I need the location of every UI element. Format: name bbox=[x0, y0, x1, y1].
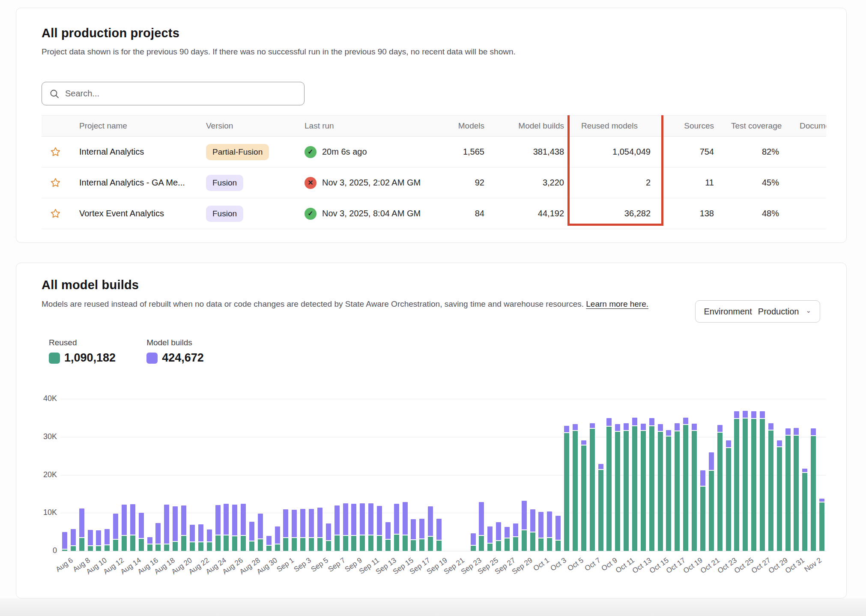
bar-Aug 11[interactable] bbox=[105, 529, 110, 551]
bar-Oct 31[interactable] bbox=[794, 428, 799, 551]
bar-Aug 16[interactable] bbox=[147, 537, 152, 551]
bar-Sep 8[interactable] bbox=[343, 503, 348, 551]
bar-Oct 13[interactable] bbox=[641, 424, 646, 551]
bar-Sep 26[interactable] bbox=[496, 522, 501, 551]
bar-Sep 5[interactable] bbox=[317, 508, 323, 551]
bar-Oct 27[interactable] bbox=[760, 411, 765, 551]
bar-Oct 19[interactable] bbox=[692, 424, 697, 551]
project-link[interactable]: Internal Analytics bbox=[79, 147, 144, 156]
bar-Aug 9[interactable] bbox=[88, 530, 93, 551]
bar-Sep 30[interactable] bbox=[530, 509, 535, 551]
bar-Nov 3[interactable] bbox=[819, 499, 824, 551]
bar-Aug 23[interactable] bbox=[207, 529, 212, 551]
bar-Oct 18[interactable] bbox=[683, 418, 688, 551]
bar-Aug 29[interactable] bbox=[258, 514, 263, 551]
favorite-star-icon[interactable] bbox=[50, 147, 61, 157]
bar-Oct 15[interactable] bbox=[658, 424, 663, 551]
bar-Sep 10[interactable] bbox=[360, 503, 365, 551]
bar-Nov 1[interactable] bbox=[802, 469, 807, 551]
bar-Oct 12[interactable] bbox=[632, 418, 637, 551]
bar-Oct 29[interactable] bbox=[777, 440, 782, 551]
reused-segment bbox=[173, 542, 178, 551]
bar-Sep 3[interactable] bbox=[300, 509, 305, 551]
favorite-star-icon[interactable] bbox=[50, 208, 61, 219]
bar-Aug 10[interactable] bbox=[96, 530, 101, 551]
bar-Sep 14[interactable] bbox=[394, 504, 399, 551]
bar-Oct 30[interactable] bbox=[785, 428, 791, 551]
bar-Oct 4[interactable] bbox=[564, 426, 569, 551]
bar-Oct 6[interactable] bbox=[581, 440, 586, 551]
bar-Sep 11[interactable] bbox=[368, 503, 373, 551]
bar-Aug 31[interactable] bbox=[275, 526, 280, 551]
bar-Oct 16[interactable] bbox=[666, 430, 671, 551]
bar-Aug 27[interactable] bbox=[241, 504, 246, 551]
bar-Aug 14[interactable] bbox=[130, 504, 135, 551]
environment-select[interactable]: Environment Production ⌄ bbox=[695, 300, 820, 323]
bar-Aug 8[interactable] bbox=[79, 508, 84, 551]
bar-Nov 2[interactable] bbox=[811, 428, 816, 551]
bar-Oct 28[interactable] bbox=[768, 423, 773, 551]
bar-Oct 21[interactable] bbox=[709, 452, 714, 551]
bar-Aug 15[interactable] bbox=[139, 513, 144, 551]
bar-Sep 25[interactable] bbox=[487, 526, 493, 551]
bar-Aug 28[interactable] bbox=[249, 522, 254, 551]
bar-Oct 8[interactable] bbox=[598, 464, 603, 551]
bar-Sep 28[interactable] bbox=[513, 523, 518, 551]
bar-Sep 12[interactable] bbox=[377, 506, 382, 551]
bar-Oct 25[interactable] bbox=[743, 411, 748, 551]
bar-Aug 30[interactable] bbox=[266, 536, 272, 551]
bar-Oct 7[interactable] bbox=[590, 423, 595, 551]
bar-Oct 23[interactable] bbox=[726, 440, 731, 551]
bar-Oct 24[interactable] bbox=[734, 411, 739, 551]
bar-Aug 21[interactable] bbox=[190, 525, 195, 551]
bar-Sep 1[interactable] bbox=[283, 509, 288, 551]
project-search[interactable] bbox=[42, 82, 305, 105]
bar-Aug 24[interactable] bbox=[215, 505, 221, 551]
bar-Aug 20[interactable] bbox=[181, 505, 186, 551]
bar-Sep 4[interactable] bbox=[309, 509, 314, 551]
bar-Aug 17[interactable] bbox=[155, 523, 161, 551]
bar-Aug 25[interactable] bbox=[224, 504, 229, 551]
learn-more-link[interactable]: Learn more here. bbox=[586, 299, 648, 308]
bar-Sep 24[interactable] bbox=[479, 502, 484, 551]
bar-Sep 23[interactable] bbox=[471, 533, 476, 551]
bar-Sep 13[interactable] bbox=[385, 522, 391, 551]
bar-Aug 12[interactable] bbox=[113, 514, 118, 551]
bar-Sep 2[interactable] bbox=[292, 510, 297, 551]
bar-Aug 13[interactable] bbox=[122, 505, 127, 551]
bar-Oct 1[interactable] bbox=[538, 512, 543, 551]
bar-Oct 14[interactable] bbox=[649, 418, 654, 551]
bar-Aug 26[interactable] bbox=[232, 505, 237, 551]
bar-Sep 6[interactable] bbox=[326, 523, 331, 551]
search-input[interactable] bbox=[65, 89, 288, 99]
bar-Oct 5[interactable] bbox=[573, 424, 578, 551]
bar-Aug 19[interactable] bbox=[173, 506, 178, 551]
favorite-star-icon[interactable] bbox=[50, 177, 61, 188]
bar-Sep 9[interactable] bbox=[351, 504, 356, 551]
bar-Aug 18[interactable] bbox=[164, 505, 169, 551]
reused-segment bbox=[785, 436, 791, 551]
reused-segment bbox=[471, 546, 476, 551]
bar-Sep 7[interactable] bbox=[334, 505, 340, 551]
bar-Oct 10[interactable] bbox=[615, 424, 620, 551]
bar-Sep 16[interactable] bbox=[411, 519, 416, 551]
bar-Oct 3[interactable] bbox=[555, 516, 561, 551]
bar-Sep 19[interactable] bbox=[436, 519, 442, 551]
bar-Sep 18[interactable] bbox=[428, 506, 433, 551]
project-link[interactable]: Vortex Event Analytics bbox=[79, 209, 164, 218]
bar-Aug 22[interactable] bbox=[198, 524, 203, 551]
bar-Aug 7[interactable] bbox=[71, 529, 76, 551]
bar-Oct 26[interactable] bbox=[751, 411, 756, 551]
bar-Oct 11[interactable] bbox=[624, 423, 629, 551]
bar-Oct 17[interactable] bbox=[675, 423, 680, 551]
bar-Sep 27[interactable] bbox=[505, 527, 510, 551]
bar-Sep 15[interactable] bbox=[403, 502, 408, 551]
bar-Oct 9[interactable] bbox=[606, 418, 612, 551]
bar-Oct 22[interactable] bbox=[717, 425, 723, 551]
bar-Sep 17[interactable] bbox=[419, 519, 424, 551]
bar-Sep 29[interactable] bbox=[522, 501, 527, 551]
project-link[interactable]: Internal Analytics - GA Me... bbox=[79, 178, 185, 187]
bar-Oct 2[interactable] bbox=[547, 511, 552, 551]
bar-Oct 20[interactable] bbox=[700, 470, 705, 551]
bar-Aug 6[interactable] bbox=[62, 532, 67, 551]
